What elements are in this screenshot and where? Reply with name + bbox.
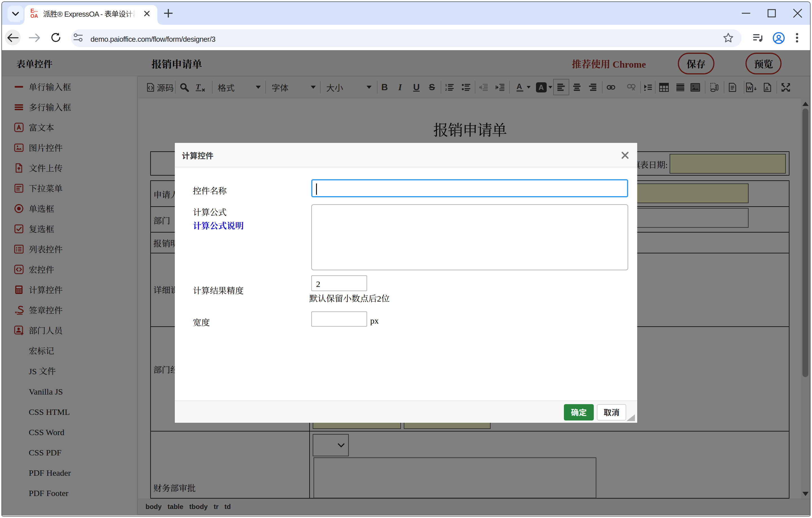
svg-text:xpress: xpress (34, 11, 38, 12)
svg-text:OA: OA (30, 13, 38, 19)
